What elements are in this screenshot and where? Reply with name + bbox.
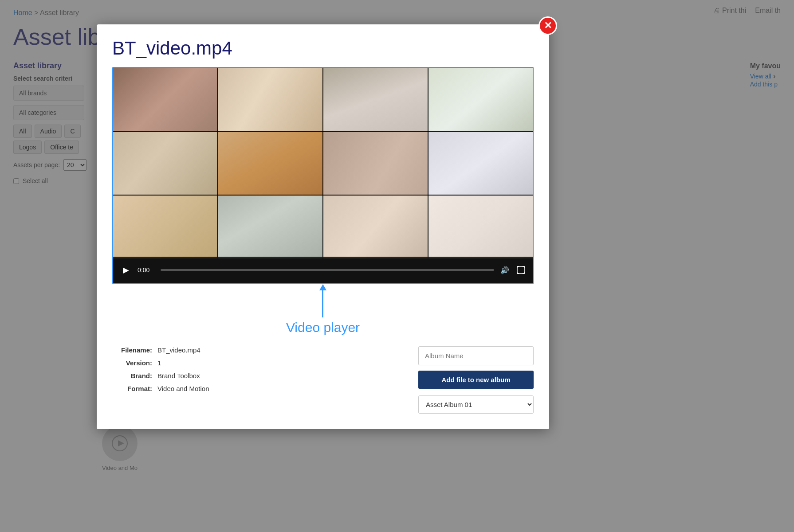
video-grid — [113, 68, 533, 258]
fullscreen-icon — [517, 266, 525, 274]
album-select-dropdown[interactable]: Asset Album 01 Asset Album 02 Asset Albu… — [418, 395, 534, 414]
modal-title: BT_video.mp4 — [112, 38, 534, 59]
video-cell-1 — [113, 68, 217, 131]
play-button[interactable]: ▶ — [120, 264, 132, 276]
brand-row: Brand: Brand Toolbox — [112, 372, 409, 379]
version-value: 1 — [157, 359, 161, 367]
add-album-button[interactable]: Add file to new album — [418, 371, 534, 389]
video-cell-5 — [113, 132, 217, 195]
filename-row: Filename: BT_video.mp4 — [112, 346, 409, 354]
video-controls: ▶ 0:00 🔊 — [113, 257, 533, 283]
modal-dialog: ✕ BT_video.mp4 ▶ 0:00 — [97, 24, 549, 429]
time-display: 0:00 — [138, 266, 155, 274]
annotation-arrowhead — [319, 284, 326, 290]
video-cell-8 — [428, 132, 533, 195]
video-cell-12 — [428, 196, 533, 258]
filename-label: Filename: — [112, 346, 152, 354]
video-cell-4 — [428, 68, 533, 131]
format-label: Format: — [112, 385, 152, 392]
brand-label: Brand: — [112, 372, 152, 379]
album-name-input[interactable] — [418, 346, 534, 365]
progress-bar[interactable] — [161, 269, 494, 271]
video-annotation-container: Video player — [112, 289, 534, 337]
close-button[interactable]: ✕ — [539, 16, 557, 35]
volume-button[interactable]: 🔊 — [499, 265, 510, 275]
video-annotation: Video player — [286, 289, 360, 335]
format-value: Video and Motion — [157, 385, 209, 392]
video-cell-11 — [323, 196, 428, 258]
video-cell-9 — [113, 196, 217, 258]
play-icon: ▶ — [123, 265, 129, 275]
brand-value: Brand Toolbox — [157, 372, 200, 379]
svg-rect-2 — [517, 266, 524, 274]
filename-value: BT_video.mp4 — [157, 346, 200, 354]
file-details: Filename: BT_video.mp4 Version: 1 Brand:… — [112, 346, 409, 414]
video-cell-2 — [218, 68, 322, 131]
annotation-line — [322, 289, 323, 317]
version-row: Version: 1 — [112, 359, 409, 367]
video-cell-7 — [323, 132, 428, 195]
album-section: Add file to new album Asset Album 01 Ass… — [418, 346, 534, 414]
video-cell-10 — [218, 196, 322, 258]
annotation-text: Video player — [286, 320, 360, 335]
video-player[interactable]: ▶ 0:00 🔊 — [112, 67, 534, 284]
close-icon: ✕ — [544, 20, 552, 31]
video-cell-3 — [323, 68, 428, 131]
version-label: Version: — [112, 359, 152, 367]
video-cell-6 — [218, 132, 322, 195]
volume-icon: 🔊 — [500, 266, 509, 274]
format-row: Format: Video and Motion — [112, 385, 409, 392]
fullscreen-button[interactable] — [515, 265, 526, 275]
file-details-row: Filename: BT_video.mp4 Version: 1 Brand:… — [112, 346, 534, 414]
